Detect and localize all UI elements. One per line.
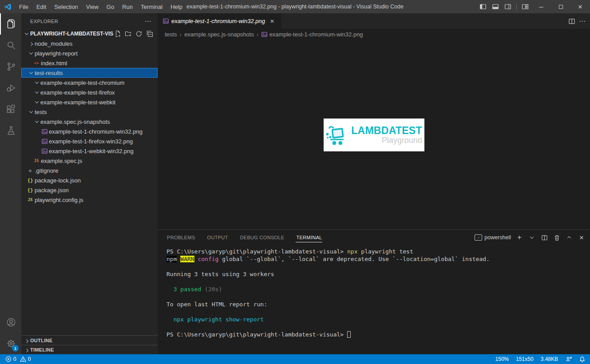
terminal-dropdown-icon[interactable] <box>528 233 536 241</box>
source-control-icon[interactable] <box>0 56 21 77</box>
run-and-debug-icon[interactable] <box>0 77 21 99</box>
toggle-secondary-sidebar-icon[interactable] <box>502 0 514 13</box>
terminal-icon: › <box>475 234 482 241</box>
refresh-icon[interactable] <box>135 29 143 38</box>
file-size-status[interactable]: 3.48KB <box>541 356 558 362</box>
tab-example-test-1-chromium-win32-png[interactable]: example-test-1-chromium-win32.png ✕ <box>158 13 281 29</box>
toggle-panel-icon[interactable] <box>489 0 502 13</box>
tree-item-node-modules[interactable]: node_modules <box>21 39 158 48</box>
minimize-button[interactable]: ─ <box>531 0 551 13</box>
accounts-icon[interactable] <box>0 312 21 333</box>
split-terminal-icon[interactable] <box>540 233 548 241</box>
config-tag: config <box>198 256 218 262</box>
project-section-header[interactable]: PLAYWRIGHT-LAMBDATEST-VISUAL <box>21 29 158 39</box>
outline-section[interactable]: OUTLINE <box>21 336 158 345</box>
new-folder-icon[interactable] <box>124 29 133 38</box>
tree-item-package-json[interactable]: package.json <box>21 185 158 195</box>
image-dimensions-status[interactable]: 151x50 <box>516 356 533 362</box>
chevron-down-icon <box>28 108 35 115</box>
collapse-all-icon[interactable] <box>145 29 154 38</box>
maximize-button[interactable] <box>551 0 570 13</box>
testing-icon[interactable] <box>0 120 21 141</box>
image-icon <box>163 18 169 24</box>
tab-bar: example-test-1-chromium-win32.png ✕ ⋯ <box>158 13 590 29</box>
tree-item-webkit-png[interactable]: example-test-1-webkit-win32.png <box>21 146 158 156</box>
sidebar-bottom-sections: OUTLINE TIMELINE <box>21 335 158 354</box>
menu-run[interactable]: Run <box>118 0 137 13</box>
menu-view[interactable]: View <box>82 0 103 13</box>
close-window-button[interactable]: ✕ <box>570 0 590 13</box>
timeline-section[interactable]: TIMELINE <box>21 345 158 354</box>
chevron-down-icon <box>33 79 40 86</box>
image-icon <box>40 148 49 154</box>
new-file-icon[interactable] <box>113 29 122 38</box>
tree-item-example-spec-js[interactable]: example.spec.js <box>21 156 158 166</box>
tree-item-snapshots-folder[interactable]: example.spec.js-snapshots <box>21 117 158 127</box>
command-npx: npx <box>347 248 357 255</box>
tree-item-gitignore[interactable]: .gitignore <box>21 166 158 175</box>
image-icon <box>40 138 49 144</box>
project-name: PLAYWRIGHT-LAMBDATEST-VISUAL <box>30 31 113 37</box>
tree-item-example-example-test-webkit[interactable]: example-example-test-webkit <box>21 97 158 107</box>
status-bar: 0 0 150% 151x50 3.48KB <box>0 354 590 364</box>
customize-layout-icon[interactable] <box>519 0 531 13</box>
kill-terminal-icon[interactable] <box>553 233 561 241</box>
breadcrumb-tests[interactable]: tests <box>165 31 177 38</box>
chevron-down-icon <box>23 30 30 37</box>
image-icon <box>261 32 267 37</box>
menu-help[interactable]: Help <box>166 0 186 13</box>
image-preview-editor[interactable]: LAMBDATEST Playground <box>158 40 590 229</box>
tab-output[interactable]: OUTPUT <box>207 233 229 242</box>
search-icon[interactable] <box>0 35 21 56</box>
file-tree: node_modules playwright-report index.htm… <box>21 39 158 335</box>
tree-item-test-results[interactable]: test-results <box>21 68 158 78</box>
explorer-more-actions-icon[interactable]: ⋯ <box>145 17 151 25</box>
toggle-sidebar-icon[interactable] <box>477 0 489 13</box>
git-icon <box>26 167 35 174</box>
window-title: example-test-1-chromium-win32.png - play… <box>186 4 404 10</box>
tree-item-firefox-png[interactable]: example-test-1-firefox-win32.png <box>21 136 158 146</box>
menu-file[interactable]: File <box>15 0 32 13</box>
menu-go[interactable]: Go <box>103 0 118 13</box>
breadcrumb-file[interactable]: example-test-1-chromium-win32.png <box>261 31 363 38</box>
js-config-icon <box>26 198 35 202</box>
menu-terminal[interactable]: Terminal <box>137 0 166 13</box>
extensions-icon[interactable] <box>0 99 21 120</box>
shell-label: powershell <box>484 234 511 241</box>
tree-item-playwright-report[interactable]: playwright-report <box>21 48 158 58</box>
split-editor-icon[interactable] <box>568 18 575 25</box>
terminal-shell-selector[interactable]: › powershell <box>475 234 511 241</box>
zoom-level-status[interactable]: 150% <box>495 356 509 362</box>
close-panel-icon[interactable]: ✕ <box>578 233 586 241</box>
maximize-panel-icon[interactable] <box>565 233 573 241</box>
json-icon <box>26 178 35 183</box>
close-tab-icon[interactable]: ✕ <box>268 17 277 26</box>
notifications-bell-icon[interactable] <box>579 356 586 363</box>
vscode-logo-icon <box>4 3 12 11</box>
tree-item-package-lock-json[interactable]: package-lock.json <box>21 175 158 185</box>
breadcrumb-snapshots[interactable]: example.spec.js-snapshots <box>184 31 254 38</box>
tree-item-chromium-png[interactable]: example-test-1-chromium-win32.png <box>21 127 158 136</box>
tree-item-tests[interactable]: tests <box>21 107 158 117</box>
tab-terminal[interactable]: TERMINAL <box>296 233 322 242</box>
new-terminal-icon[interactable]: + <box>515 233 523 241</box>
menu-edit[interactable]: Edit <box>32 0 50 13</box>
menu-selection[interactable]: Selection <box>50 0 82 13</box>
tree-item-index-html[interactable]: index.html <box>21 58 158 68</box>
chevron-right-icon <box>23 337 30 344</box>
tab-debug-console[interactable]: DEBUG CONSOLE <box>240 233 285 242</box>
bottom-panel: PROBLEMS OUTPUT DEBUG CONSOLE TERMINAL ›… <box>158 229 590 354</box>
explorer-icon[interactable] <box>0 13 21 35</box>
tree-item-playwright-config-js[interactable]: playwright.config.js <box>21 195 158 205</box>
shopping-cart-icon <box>325 124 348 146</box>
feedback-icon[interactable] <box>565 356 572 363</box>
tree-item-example-example-test-chromium[interactable]: example-example-test-chromium <box>21 78 158 87</box>
tab-problems[interactable]: PROBLEMS <box>166 233 196 242</box>
terminal-output[interactable]: PS C:\Users\garyp\git\playwright-lambdat… <box>158 245 590 354</box>
editor-more-actions-icon[interactable]: ⋯ <box>579 17 586 25</box>
tree-item-example-example-test-firefox[interactable]: example-example-test-firefox <box>21 87 158 97</box>
tests-duration: (20s) <box>201 286 222 293</box>
manage-gear-icon[interactable]: 1 <box>0 333 21 354</box>
problems-status[interactable]: 0 0 <box>5 356 31 362</box>
maximize-icon <box>559 5 563 9</box>
